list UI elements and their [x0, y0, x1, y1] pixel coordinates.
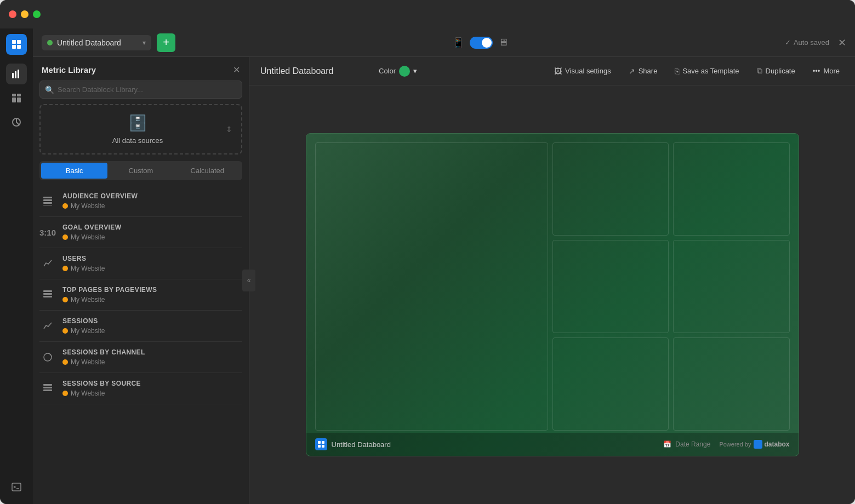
tab-custom[interactable]: Custom: [107, 163, 174, 179]
visual-settings-button[interactable]: 🖼 Visual settings: [550, 64, 615, 79]
tab-calculated[interactable]: Calculated: [174, 163, 241, 179]
data-source-label: All data sources: [112, 136, 163, 145]
source-label: My Website: [71, 296, 105, 303]
svg-rect-1: [17, 40, 21, 44]
canvas-footer: Untitled Databoard 📅 Date Range Powered …: [306, 433, 799, 456]
list-item[interactable]: SESSIONS BY SOURCE My Website: [39, 373, 242, 404]
list-item[interactable]: 3:10 GOAL OVERVIEW My Website: [39, 217, 242, 248]
icon-bar: [0, 28, 33, 504]
source-label: My Website: [71, 202, 105, 210]
color-label: Color: [379, 67, 396, 75]
svg-rect-0: [12, 40, 16, 44]
svg-rect-9: [12, 98, 16, 102]
maximize-traffic-light[interactable]: [33, 10, 41, 18]
grid-cell: [552, 240, 669, 333]
save-template-button[interactable]: ⎘ Save as Template: [670, 64, 743, 79]
date-range-label: 📅 Date Range: [663, 440, 710, 448]
search-input[interactable]: [39, 81, 242, 99]
svg-rect-18: [43, 290, 52, 292]
list-item[interactable]: SESSIONS My Website: [39, 311, 242, 342]
sidebar-item-chart[interactable]: [6, 64, 27, 84]
svg-rect-2: [12, 45, 16, 49]
svg-rect-3: [17, 45, 21, 49]
metric-source: My Website: [62, 265, 242, 272]
list-item[interactable]: USERS My Website: [39, 248, 242, 279]
source-dot: [62, 266, 68, 271]
dropdown-arrow-icon: ▾: [142, 39, 146, 47]
source-dot: [62, 297, 68, 302]
top-close-button[interactable]: ✕: [838, 37, 846, 49]
svg-rect-7: [12, 94, 16, 96]
duplicate-button[interactable]: ⧉ Duplicate: [753, 63, 800, 79]
share-label: Share: [639, 67, 658, 75]
save-template-label: Save as Template: [682, 67, 739, 75]
metric-source: My Website: [62, 233, 242, 241]
sidebar-item-dashboard[interactable]: [6, 88, 27, 108]
top-bar-right: ✓ Auto saved ✕: [785, 37, 846, 49]
table2-icon: [39, 287, 56, 303]
sidebar-item-analytics[interactable]: [6, 112, 27, 133]
minimize-traffic-light[interactable]: [21, 10, 29, 18]
more-label: More: [823, 67, 840, 75]
svg-rect-24: [43, 390, 52, 391]
svg-rect-22: [43, 384, 52, 386]
list-item[interactable]: SESSIONS BY CHANNEL My Website: [39, 342, 242, 373]
data-source-selector[interactable]: 🗄️ All data sources ⇕: [39, 104, 242, 154]
sidebar-close-button[interactable]: ✕: [233, 65, 240, 75]
top-bar: Untitled Databoard ▾ + 📱 🖥 ✓ Auto saved: [33, 28, 855, 57]
color-picker[interactable]: Color ▾: [379, 66, 417, 77]
metric-source: My Website: [62, 327, 242, 335]
svg-rect-14: [43, 197, 52, 198]
color-arrow-icon: ▾: [413, 67, 417, 75]
svg-rect-20: [43, 296, 52, 297]
metric-info: SESSIONS BY CHANNEL My Website: [62, 348, 242, 366]
check-icon: ✓: [785, 38, 791, 47]
databoard-canvas[interactable]: Untitled Databoard 📅 Date Range Powered …: [306, 133, 799, 456]
metric-list: AUDIENCE OVERVIEW My Website 3:10: [33, 186, 249, 504]
app-logo[interactable]: [6, 34, 27, 55]
mobile-icon: 📱: [452, 37, 464, 49]
table-icon: [39, 193, 56, 209]
source-label: My Website: [71, 233, 105, 241]
terminal-icon-btn[interactable]: [6, 477, 27, 497]
metric-source: My Website: [62, 296, 242, 303]
collapse-sidebar-button[interactable]: «: [242, 270, 255, 291]
auto-saved-label: Auto saved: [794, 38, 829, 47]
more-button[interactable]: ••• More: [808, 64, 844, 78]
add-button[interactable]: +: [157, 33, 175, 52]
metric-name: SESSIONS: [62, 317, 242, 325]
source-label: My Website: [71, 265, 105, 272]
databoard-selector[interactable]: Untitled Databoard ▾: [42, 35, 151, 50]
grid-cell: [673, 142, 790, 236]
save-template-icon: ⎘: [675, 67, 679, 76]
share-button[interactable]: ↗ Share: [624, 64, 662, 79]
svg-rect-8: [17, 94, 21, 96]
search-bar: 🔍: [39, 81, 242, 99]
source-label: My Website: [71, 390, 105, 397]
metric-source: My Website: [62, 390, 242, 397]
share-icon: ↗: [629, 67, 635, 76]
footer-logo: [315, 438, 327, 450]
table3-icon: [39, 380, 56, 397]
metric-name: AUDIENCE OVERVIEW: [62, 192, 242, 200]
app-window: Untitled Databoard ▾ + 📱 🖥 ✓ Auto saved: [0, 0, 855, 504]
data-source-arrow-icon: ⇕: [226, 125, 232, 134]
svg-rect-16: [43, 202, 52, 204]
svg-rect-4: [12, 73, 14, 78]
metric-info: AUDIENCE OVERVIEW My Website: [62, 192, 242, 210]
tab-basic[interactable]: Basic: [41, 163, 107, 179]
list-item[interactable]: AUDIENCE OVERVIEW My Website: [39, 186, 242, 217]
image-icon: 🖼: [554, 67, 562, 76]
databox-logo: databox: [754, 440, 789, 449]
list-item[interactable]: TOP PAGES BY PAGEVIEWS My Website: [39, 279, 242, 311]
svg-rect-28: [322, 445, 324, 448]
device-toggle-switch[interactable]: [470, 37, 493, 49]
status-dot: [47, 40, 53, 45]
svg-rect-10: [17, 98, 21, 102]
close-traffic-light[interactable]: [9, 10, 16, 18]
svg-rect-26: [322, 441, 324, 444]
metric-source: My Website: [62, 202, 242, 210]
canvas-area: Color ▾ 🖼 Visual settings ↗ Share: [249, 57, 855, 504]
databoard-title-input[interactable]: [260, 66, 370, 76]
color-swatch: [399, 66, 410, 77]
